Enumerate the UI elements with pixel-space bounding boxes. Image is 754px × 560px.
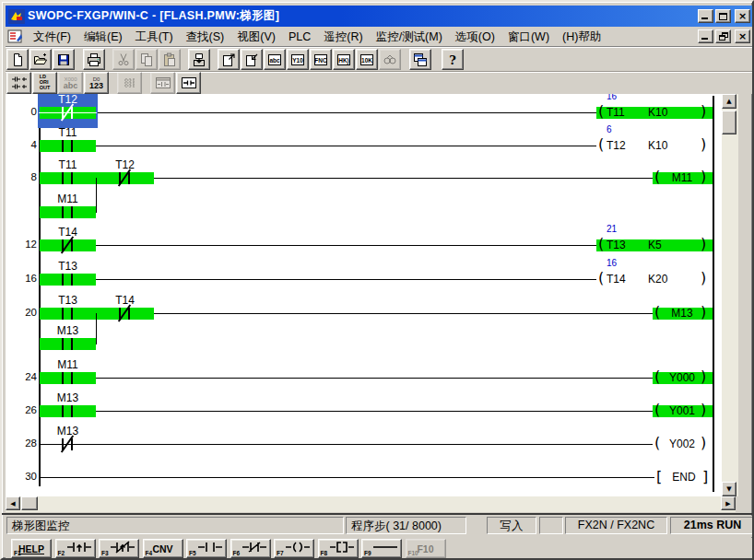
contact-T13-no[interactable]: T13	[39, 260, 97, 295]
new-file-button[interactable]	[6, 49, 29, 70]
fnkey-f4-button[interactable]: F4CNV	[143, 539, 183, 558]
contact-T14-nc[interactable]: T14	[39, 226, 97, 261]
menu-item-3[interactable]: 工具(T)	[129, 29, 180, 45]
minimize-button[interactable]	[698, 9, 713, 23]
coil-T12[interactable]: (T12K10)6	[596, 125, 713, 162]
monitor-start-button[interactable]	[176, 72, 201, 94]
coil-M13[interactable]: (M13)	[653, 293, 713, 330]
menu-item-4[interactable]: 查找(S)	[180, 29, 231, 45]
child-minimize-button[interactable]	[698, 29, 713, 43]
open-file-button[interactable]	[29, 49, 52, 70]
grid-toggle-icon	[123, 76, 137, 90]
page-in-button[interactable]	[241, 49, 263, 70]
scroll-down-button[interactable]: ▼	[722, 482, 736, 496]
right-power-rail	[713, 96, 714, 492]
contact-bar-left	[62, 372, 64, 384]
fnkey-f6-button[interactable]: F6	[230, 539, 271, 558]
coil-M11[interactable]: (M11)	[653, 158, 713, 194]
document-icon	[7, 29, 23, 43]
contact-M13-no[interactable]: M13	[39, 324, 97, 359]
function-key-bar: F1HELPF2F3F4CNVF5F6F7F8F9F10F10	[6, 538, 752, 560]
register-display-button[interactable]: D0123	[84, 72, 109, 94]
coil-T13[interactable]: (T13K5)21	[596, 225, 713, 262]
coil-page-button[interactable]: HK)	[333, 49, 355, 70]
constant-page-button[interactable]: 10K	[356, 49, 378, 70]
instruction-list-view-button[interactable]: LDORIOUT	[32, 72, 57, 94]
coil-operand: T12	[607, 140, 626, 152]
menu-item-8[interactable]: 监控/测试(M)	[370, 29, 449, 45]
step-number: 4	[7, 139, 37, 151]
coil-Y002[interactable]: (Y002)	[653, 424, 713, 461]
pulse-open-icon	[67, 541, 91, 557]
contact-T14-nc[interactable]: T14	[95, 294, 155, 329]
coil-Y000[interactable]: (Y000)	[653, 357, 713, 394]
menu-item-10[interactable]: 窗口(W)	[501, 29, 556, 45]
scroll-right-button[interactable]: ▶	[721, 496, 736, 510]
status-write-mode: 写入	[487, 517, 536, 534]
ladder-symbol-view-button[interactable]	[6, 72, 31, 94]
maximize-button[interactable]	[715, 9, 731, 23]
menu-item-9[interactable]: 选项(O)	[449, 29, 501, 45]
transfer-program-button[interactable]	[188, 49, 210, 70]
end-open-bracket: [	[656, 470, 662, 484]
contact-T12-nc[interactable]: T12	[39, 94, 97, 128]
contact-on-highlight	[40, 172, 96, 184]
vertical-scrollbar[interactable]: ▲ ▼	[722, 94, 738, 496]
fnkey-f9-button[interactable]: F9	[361, 539, 402, 558]
menu-item-2[interactable]: 编辑(E)	[77, 29, 129, 45]
child-restore-button[interactable]	[715, 29, 731, 43]
function-icon	[330, 541, 354, 557]
coil-T14[interactable]: (T14K20)16	[596, 259, 713, 296]
menu-item-6[interactable]: PLC	[282, 29, 317, 45]
contact-T11-no[interactable]: T11	[39, 158, 97, 193]
coil-open-paren: (	[598, 137, 604, 152]
menu-item-7[interactable]: 遥控(R)	[317, 29, 369, 45]
coil-T11[interactable]: (T11K10)16	[596, 94, 713, 129]
contact-M13-nc[interactable]: M13	[39, 425, 97, 460]
end-instruction[interactable]: [END]	[654, 469, 713, 485]
contact-bar-right	[128, 308, 130, 320]
grid-toggle-button	[117, 72, 142, 94]
coil-close-paren: )	[701, 271, 706, 286]
contact-M11-no[interactable]: M11	[39, 358, 97, 393]
page-out-button[interactable]	[218, 49, 240, 70]
help-button[interactable]: ?	[442, 49, 464, 70]
save-file-button[interactable]	[53, 49, 75, 70]
coil-preset: K10	[648, 107, 667, 119]
comment-page-button[interactable]: abc	[264, 49, 286, 70]
contact-open-icon	[198, 541, 222, 557]
horizontal-scroll-thumb[interactable]	[21, 496, 38, 510]
contact-T12-nc[interactable]: T12	[95, 158, 155, 193]
fnc-page-button[interactable]: FNC	[310, 49, 332, 70]
close-button[interactable]: ×	[735, 9, 750, 23]
device-page-icon: Y10	[290, 52, 305, 67]
fnkey-f3-button[interactable]: F3	[99, 539, 139, 558]
menu-item-11[interactable]: (H)帮助	[556, 29, 607, 45]
contact-bar-left	[62, 405, 64, 417]
vertical-scroll-thumb[interactable]	[722, 111, 736, 134]
rung-line	[41, 411, 653, 412]
scroll-left-button[interactable]: ◀	[6, 496, 20, 510]
coil-Y001[interactable]: (Y001)	[653, 391, 713, 427]
contact-bar-right	[71, 140, 73, 152]
menu-item-1[interactable]: 文件(F)	[27, 29, 77, 45]
device-page-button[interactable]: Y10	[287, 49, 309, 70]
contact-T11-no[interactable]: T11	[39, 126, 97, 161]
contact-M11-no[interactable]: M11	[39, 192, 97, 228]
menu-item-5[interactable]: 视图(V)	[230, 29, 282, 45]
contact-label: T13	[39, 261, 97, 272]
fnkey-f2-button[interactable]: F2	[55, 539, 96, 558]
horizontal-scrollbar[interactable]: ◀ ▶	[6, 496, 736, 512]
fnkey-f7-button[interactable]: F7	[274, 539, 314, 558]
contact-bar-right	[71, 405, 73, 417]
cascade-windows-button[interactable]	[409, 49, 431, 70]
fnkey-f8-button[interactable]: F8	[318, 539, 359, 558]
contact-on-highlight	[40, 140, 96, 152]
fnkey-f5-button[interactable]: F5	[186, 539, 227, 558]
fnkey-f1-button[interactable]: F1HELP	[11, 539, 52, 558]
print-button[interactable]	[83, 49, 105, 70]
status-bar: 梯形图监控 程序步( 31/ 8000) 写入 FX2N / FX2NC 21m…	[6, 516, 752, 537]
contact-M13-no[interactable]: M13	[39, 391, 97, 426]
child-close-button[interactable]: ×	[735, 29, 750, 43]
scroll-up-button[interactable]: ▲	[722, 94, 736, 109]
